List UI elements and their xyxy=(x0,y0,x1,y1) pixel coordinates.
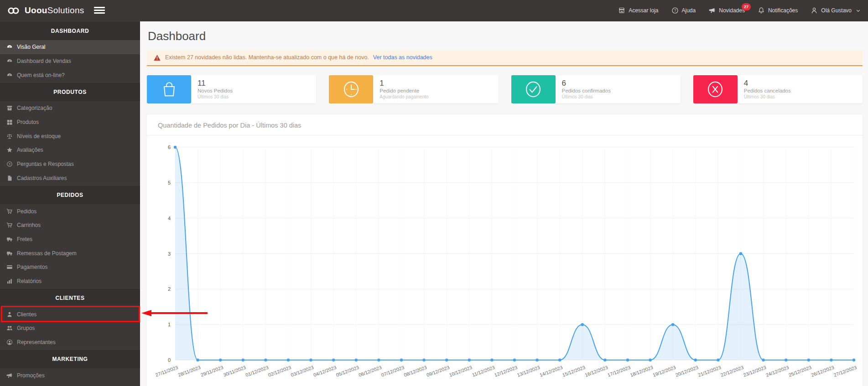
sidebar-item-pagamentos[interactable]: Pagamentos xyxy=(0,260,140,274)
svg-text:22/12/2023: 22/12/2023 xyxy=(720,365,744,378)
topbar-item-notificacoes[interactable]: Notificações xyxy=(758,7,798,14)
svg-text:28/11/2023: 28/11/2023 xyxy=(177,365,202,378)
svg-text:05/12/2023: 05/12/2023 xyxy=(335,365,360,378)
sidebar-item-clientes[interactable]: Clientes xyxy=(0,307,140,321)
sidebar-item-cadastros-auxiliares[interactable]: Cadastros Auxiliares xyxy=(0,171,140,185)
scale-icon xyxy=(6,133,13,139)
megaphone-icon xyxy=(708,7,716,14)
sidebar-item-produtos[interactable]: Produtos xyxy=(0,115,140,129)
novidades-badge: 27 xyxy=(742,3,751,10)
topbar-item-novidades[interactable]: Novidades27 xyxy=(708,7,745,14)
svg-text:4: 4 xyxy=(168,216,171,221)
svg-text:2: 2 xyxy=(168,286,171,292)
stat-value: 1 xyxy=(379,79,498,88)
bell-icon xyxy=(758,7,765,14)
file-icon xyxy=(6,175,13,181)
svg-text:03/12/2023: 03/12/2023 xyxy=(290,365,315,378)
sidebar-item-label: Níveis de estoque xyxy=(17,133,61,139)
svg-text:02/12/2023: 02/12/2023 xyxy=(267,365,292,378)
svg-text:29/11/2023: 29/11/2023 xyxy=(200,365,224,378)
megaphone-icon xyxy=(6,372,13,379)
gauge-icon xyxy=(6,44,13,50)
sidebar-item-remessas-de-postagem[interactable]: Remessas de Postagem xyxy=(0,246,140,260)
archive-icon xyxy=(6,105,13,111)
orders-per-day-chart-card: Quantidade de Pedidos por Dia - Últimos … xyxy=(147,114,863,386)
stat-card-pedido-pendente: 1Pedido pendenteAguardando pagamento xyxy=(329,75,498,103)
x-circle-icon xyxy=(693,75,738,103)
sidebar-item-grupos[interactable]: Grupos xyxy=(0,321,140,335)
topbar: UoouSolutions Acessar loja?AjudaNovidade… xyxy=(0,0,868,21)
question-icon: ? xyxy=(6,161,13,167)
topbar-item-label: Acessar loja xyxy=(629,7,658,14)
svg-text:18/12/2023: 18/12/2023 xyxy=(629,365,654,378)
stat-label: Novos Pedidos xyxy=(198,87,316,94)
sidebar-item-label: Categorização xyxy=(17,105,52,111)
topbar-item-ola-gustavo[interactable]: Olá Gustavo xyxy=(811,7,861,14)
svg-text:06/12/2023: 06/12/2023 xyxy=(358,365,383,378)
stat-card-pedidos-confirmados: 6Pedidos confirmadosÚltimos 30 dias xyxy=(511,75,681,103)
svg-text:23/12/2023: 23/12/2023 xyxy=(743,365,767,378)
chart-bar-icon xyxy=(6,278,13,284)
storefront-icon xyxy=(618,7,625,14)
sidebar-item-visao-geral[interactable]: Visão Geral xyxy=(0,40,140,54)
svg-text:10/12/2023: 10/12/2023 xyxy=(448,365,473,378)
chart-title: Quantidade de Pedidos por Dia - Últimos … xyxy=(147,114,863,135)
topbar-item-ajuda[interactable]: ?Ajuda xyxy=(671,7,696,14)
svg-text:26/12/2023: 26/12/2023 xyxy=(811,365,835,378)
svg-text:04/12/2023: 04/12/2023 xyxy=(312,365,337,378)
gauge-icon xyxy=(6,58,13,64)
sidebar-item-label: Relatórios xyxy=(17,278,42,284)
topbar-item-acessar-loja[interactable]: Acessar loja xyxy=(618,7,658,14)
logo-icon xyxy=(7,7,21,15)
ver-todas-novidades-link[interactable]: Ver todas as novidades xyxy=(373,54,432,61)
menu-toggle-button[interactable] xyxy=(94,7,105,15)
svg-text:0: 0 xyxy=(168,357,171,363)
app-logo[interactable]: UoouSolutions xyxy=(0,5,84,15)
sidebar-item-label: Remessas de Postagem xyxy=(17,250,77,257)
sidebar-item-label: Pagamentos xyxy=(17,264,47,270)
sidebar-item-label: Representantes xyxy=(17,339,56,345)
sidebar-item-promocoes[interactable]: Promoções xyxy=(0,368,140,382)
sidebar-item-carrinhos[interactable]: Carrinhos xyxy=(0,218,140,232)
sidebar-item-avaliacoes[interactable]: Avaliações xyxy=(0,143,140,157)
shopping-bag-icon xyxy=(147,75,191,103)
sidebar-item-fretes[interactable]: Fretes xyxy=(0,232,140,247)
svg-text:6: 6 xyxy=(168,144,171,150)
svg-text:21/12/2023: 21/12/2023 xyxy=(697,365,722,378)
svg-text:13/12/2023: 13/12/2023 xyxy=(516,365,541,378)
sidebar-item-label: Clientes xyxy=(17,311,36,318)
person-circle-icon xyxy=(6,339,13,345)
svg-text:?: ? xyxy=(8,163,10,166)
topbar-item-label: Notificações xyxy=(768,7,798,14)
sidebar-item-label: Perguntas e Respostas xyxy=(17,161,74,167)
sidebar-section-marketing: MARKETING xyxy=(0,349,140,368)
svg-text:20/12/2023: 20/12/2023 xyxy=(675,365,699,378)
sidebar-item-dashboard-de-vendas[interactable]: Dashboard de Vendas xyxy=(0,54,140,68)
divider xyxy=(147,135,863,135)
sidebar-section-dashboard: DASHBOARD xyxy=(0,21,140,40)
sidebar-item-niveis-de-estoque[interactable]: Níveis de estoque xyxy=(0,129,140,143)
stat-value: 4 xyxy=(744,79,863,88)
clock-icon xyxy=(329,75,373,103)
sidebar-item-relatorios[interactable]: Relatórios xyxy=(0,274,140,288)
person-icon xyxy=(6,311,13,318)
sidebar-item-categorizacao[interactable]: Categorização xyxy=(0,101,140,115)
cart-icon xyxy=(6,208,13,215)
sidebar-item-representantes[interactable]: Representantes xyxy=(0,335,140,350)
sidebar-item-label: Produtos xyxy=(17,119,39,125)
stat-value: 6 xyxy=(562,79,681,88)
sidebar-item-quem-esta-on-line[interactable]: Quem está on-line? xyxy=(0,68,140,82)
help-icon: ? xyxy=(671,7,679,14)
sidebar-item-label: Fretes xyxy=(17,236,32,242)
sidebar-item-label: Promoções xyxy=(17,372,45,379)
stat-card-novos-pedidos: 11Novos PedidosÚltimos 30 dias xyxy=(147,75,316,103)
alert-text: Existem 27 novidades não lidas. Mantenha… xyxy=(165,54,369,61)
sidebar-item-pedidos[interactable]: Pedidos xyxy=(0,204,140,218)
svg-text:19/12/2023: 19/12/2023 xyxy=(652,365,676,378)
sidebar-item-label: Cadastros Auxiliares xyxy=(17,175,67,181)
stat-sublabel: Aguardando pagamento xyxy=(379,94,498,100)
sidebar-item-perguntas-e-respostas[interactable]: ?Perguntas e Respostas xyxy=(0,157,140,171)
svg-text:12/12/2023: 12/12/2023 xyxy=(494,365,518,378)
stat-sublabel: Últimos 30 dias xyxy=(198,94,316,100)
svg-text:27/11/2023: 27/11/2023 xyxy=(155,365,179,378)
